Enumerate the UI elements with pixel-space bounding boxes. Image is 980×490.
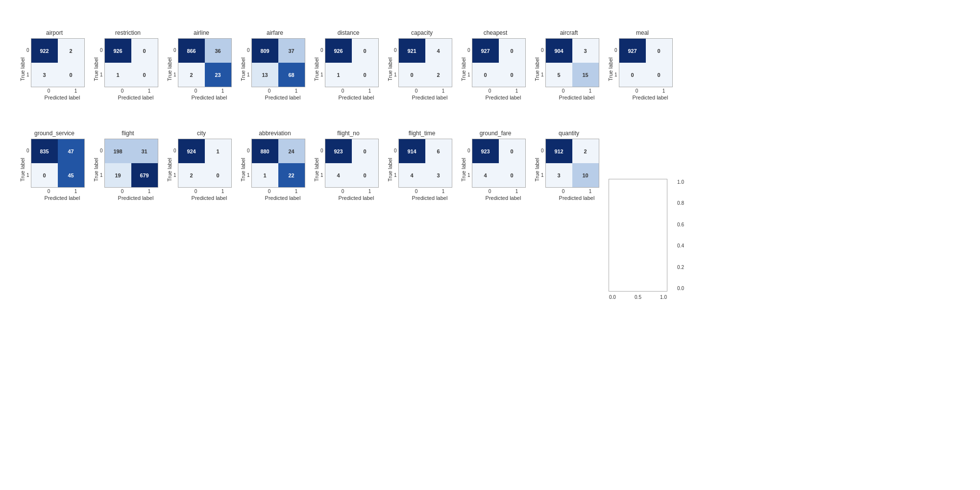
ytick: 1 — [247, 63, 250, 87]
cell-1: 36 — [205, 39, 231, 63]
cell-3: 679 — [131, 163, 158, 187]
cell-3: 0 — [58, 63, 84, 87]
ylabel-ground_service: True label — [20, 158, 25, 182]
xlabel-flight: Predicted label — [109, 195, 163, 201]
xtick: 0 — [623, 88, 650, 94]
grid-abbreviation: 88024122 — [251, 139, 305, 188]
cm-title-meal: meal — [636, 29, 649, 36]
xlabel-airfare: Predicted label — [256, 95, 310, 100]
cell-2: 0 — [31, 163, 58, 187]
cell-3: 3 — [425, 163, 452, 187]
row2-wrapper: ground_serviceTrue label018354704501Pred… — [20, 130, 960, 292]
cell-1: 4 — [425, 39, 452, 63]
cell-0: 835 — [31, 139, 58, 163]
xtick: 1 — [577, 189, 604, 194]
ytick: 1 — [26, 163, 29, 188]
cell-3: 10 — [572, 163, 599, 187]
cell-0: 809 — [252, 39, 278, 63]
cm-aircraft: aircraftTrue label01904351501Predicted l… — [534, 29, 604, 100]
ytick: 0 — [173, 139, 176, 163]
cell-2: 4 — [325, 163, 352, 187]
cell-1: 3 — [572, 39, 599, 63]
grid-restriction: 926010 — [104, 38, 158, 87]
ylabel-ground_fare: True label — [461, 158, 466, 182]
cm-airfare: airfareTrue label0180937136801Predicted … — [240, 29, 310, 100]
cm-flight: flightTrue label01198311967901Predicted … — [93, 130, 163, 201]
cell-2: 0 — [399, 63, 425, 87]
cm-title-abbreviation: abbreviation — [259, 130, 291, 137]
xtick: 1 — [283, 88, 310, 94]
xtick: 1 — [136, 189, 163, 194]
cm-title-aircraft: aircraft — [560, 29, 578, 36]
grid-flight: 1983119679 — [104, 139, 158, 188]
grid-city: 924120 — [178, 139, 232, 188]
ylabel-capacity: True label — [387, 57, 393, 81]
xtick: 1 — [209, 88, 236, 94]
cm-title-distance: distance — [338, 29, 360, 36]
ytick: 0 — [247, 38, 250, 63]
xlabel-capacity: Predicted label — [403, 95, 457, 100]
cell-2: 5 — [546, 63, 572, 87]
ytick: 0 — [394, 38, 397, 63]
ylabel-airline: True label — [167, 57, 172, 81]
grid-distance: 926010 — [325, 38, 379, 87]
cm-ground_fare: ground_fareTrue label0192304001Predicted… — [461, 130, 530, 201]
cm-restriction: restrictionTrue label0192601001Predicted… — [93, 29, 163, 100]
ytick: 0 — [467, 139, 470, 163]
cm-airline: airlineTrue label018663622301Predicted l… — [167, 29, 236, 100]
grid-flight_time: 914643 — [398, 139, 452, 188]
xtick: 0 — [182, 88, 209, 94]
cell-2: 1 — [325, 63, 352, 87]
xlabel-cheapest: Predicted label — [476, 95, 530, 100]
cm-capacity: capacityTrue label0192140201Predicted la… — [387, 29, 457, 100]
cell-2: 2 — [178, 163, 205, 187]
ytick: 1 — [173, 63, 176, 87]
ylabel-flight_time: True label — [387, 158, 393, 182]
cell-1: 37 — [278, 39, 305, 63]
xtick: 0 — [329, 189, 356, 194]
grid-cheapest: 927000 — [472, 38, 526, 87]
ytick: 0 — [541, 139, 544, 163]
ytick: 1 — [247, 163, 250, 188]
xtick: 1 — [136, 88, 163, 94]
xtick: 1 — [283, 189, 310, 194]
cm-title-airport: airport — [46, 29, 63, 36]
xtick: 1 — [503, 189, 530, 194]
cm-title-flight_no: flight_no — [337, 130, 359, 137]
ylabel-cheapest: True label — [461, 57, 466, 81]
cm-title-restriction: restriction — [115, 29, 141, 36]
ytick: 0 — [467, 38, 470, 63]
cell-1: 2 — [58, 39, 84, 63]
cell-1: 0 — [352, 139, 378, 163]
xlabel-airline: Predicted label — [182, 95, 236, 100]
xtick: 1 — [430, 88, 457, 94]
grid-quantity: 9122310 — [545, 139, 599, 188]
xtick: 1 — [62, 189, 89, 194]
legend-yaxis: 1.00.80.60.40.20.0 — [677, 179, 684, 291]
legend-xaxis: 0.00.51.0 — [609, 294, 667, 300]
xlabel-flight_no: Predicted label — [329, 195, 383, 201]
cell-0: 927 — [619, 39, 646, 63]
cm-title-airline: airline — [194, 29, 209, 36]
cm-city: cityTrue label0192412001Predicted label — [167, 130, 236, 201]
cell-3: 0 — [499, 63, 525, 87]
cell-3: 22 — [278, 163, 305, 187]
ytick: 1 — [467, 163, 470, 188]
cm-title-flight_time: flight_time — [409, 130, 436, 137]
legend-ytick: 0.4 — [677, 243, 684, 248]
xlabel-restriction: Predicted label — [109, 95, 163, 100]
legend-ytick: 1.0 — [677, 179, 684, 185]
cell-0: 904 — [546, 39, 572, 63]
cm-meal: mealTrue label0192700001Predicted label — [608, 29, 677, 100]
cell-0: 926 — [325, 39, 352, 63]
row2: ground_serviceTrue label018354704501Pred… — [20, 130, 604, 201]
legend-ytick: 0.2 — [677, 265, 684, 270]
xtick: 0 — [182, 189, 209, 194]
ytick: 1 — [320, 63, 323, 87]
legend-xtick: 0.0 — [609, 294, 616, 300]
cell-0: 921 — [399, 39, 425, 63]
xtick: 1 — [209, 189, 236, 194]
ylabel-city: True label — [167, 158, 172, 182]
xtick: 0 — [35, 189, 62, 194]
cell-0: 926 — [105, 39, 131, 63]
